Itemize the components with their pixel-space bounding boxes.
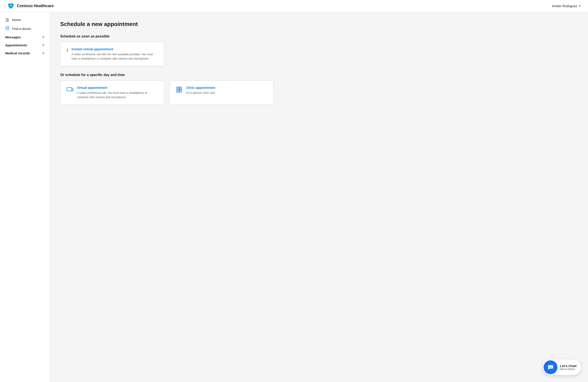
virtual-appointment-card[interactable]: Virtual appointment A video conference c…: [60, 80, 164, 105]
logo-icon: [7, 2, 15, 10]
main-content: Schedule a new appointment Schedule as s…: [50, 12, 588, 382]
section1-title: Schedule as soon as possible: [60, 34, 578, 38]
brand-name: Contoso Healthcare: [17, 4, 54, 8]
instant-virtual-card[interactable]: ! Instant virtual appointment A video co…: [60, 42, 164, 66]
sidebar-item-medical-records[interactable]: Medical records ∨: [0, 49, 50, 57]
medical-records-chevron-icon: ∨: [42, 52, 44, 55]
messages-left: Messages: [5, 35, 21, 39]
sidebar-label-messages: Messages: [5, 35, 21, 39]
exclamation-icon: !: [66, 48, 68, 53]
sidebar-label-appointments: Appointments: [5, 43, 27, 47]
section-specific-time: Or schedule for a specific day and time …: [60, 73, 578, 105]
sidebar-item-find-doctor[interactable]: Find a doctor: [0, 24, 50, 33]
messages-chevron-icon: ∨: [42, 36, 44, 39]
chat-status: We're Online: [560, 368, 577, 371]
sidebar-label-find-doctor: Find a doctor: [12, 27, 31, 31]
virtual-card-desc: A video conference call. You must have a…: [77, 91, 158, 99]
find-doctor-icon: [5, 26, 10, 31]
header: Contoso Healthcare Amber Rodriguez ▼: [0, 0, 588, 12]
svg-rect-4: [67, 87, 72, 91]
page-layout: 🏠 Home Find a doctor Messages ∨ Appoin: [0, 12, 588, 382]
svg-point-13: [550, 367, 551, 367]
sidebar: 🏠 Home Find a doctor Messages ∨ Appoin: [0, 12, 50, 382]
sidebar-label-medical-records: Medical records: [5, 51, 30, 55]
page-title: Schedule a new appointment: [60, 21, 578, 27]
clinic-card-title: Clinic appointment: [186, 86, 216, 89]
user-menu[interactable]: Amber Rodriguez ▼: [552, 4, 581, 8]
clinic-appointment-icon: [176, 86, 183, 95]
medical-records-left: Medical records: [5, 51, 30, 55]
clinic-card-desc: An in-person clinic visit.: [186, 91, 216, 95]
user-chevron-icon: ▼: [578, 4, 581, 8]
home-icon: 🏠: [5, 18, 10, 22]
virtual-card-title: Virtual appointment: [77, 86, 158, 89]
chat-text: Let's Chat! We're Online: [558, 364, 581, 371]
clinic-card-content: Clinic appointment An in-person clinic v…: [186, 86, 216, 95]
instant-card-title: Instant virtual appointment: [71, 47, 158, 51]
chat-bubble[interactable]: Let's Chat! We're Online: [543, 360, 581, 375]
brand-logo[interactable]: Contoso Healthcare: [7, 2, 54, 10]
sidebar-item-messages[interactable]: Messages ∨: [0, 33, 50, 41]
svg-point-14: [551, 367, 552, 367]
sidebar-item-appointments[interactable]: Appointments ∨: [0, 41, 50, 49]
chat-title: Let's Chat!: [560, 364, 577, 368]
section2-title: Or schedule for a specific day and time: [60, 73, 578, 77]
svg-point-12: [549, 367, 550, 367]
user-name: Amber Rodriguez: [552, 4, 577, 8]
sidebar-label-home: Home: [12, 18, 21, 22]
virtual-appointment-icon: [66, 86, 73, 95]
svg-rect-8: [177, 90, 179, 91]
virtual-card-content: Virtual appointment A video conference c…: [77, 86, 158, 99]
svg-rect-7: [180, 88, 181, 89]
clinic-appointment-card[interactable]: Clinic appointment An in-person clinic v…: [169, 80, 273, 105]
section-asap: Schedule as soon as possible ! Instant v…: [60, 34, 578, 66]
instant-card-desc: A video conference call with the next av…: [71, 52, 158, 61]
sidebar-item-home[interactable]: 🏠 Home: [0, 16, 50, 24]
chat-icon: [544, 360, 557, 374]
option-cards-row: Virtual appointment A video conference c…: [60, 80, 578, 105]
instant-card-content: Instant virtual appointment A video conf…: [71, 47, 158, 61]
svg-rect-9: [180, 90, 181, 91]
appointments-left: Appointments: [5, 43, 27, 47]
svg-rect-6: [177, 88, 179, 89]
appointments-chevron-icon: ∨: [42, 43, 44, 47]
